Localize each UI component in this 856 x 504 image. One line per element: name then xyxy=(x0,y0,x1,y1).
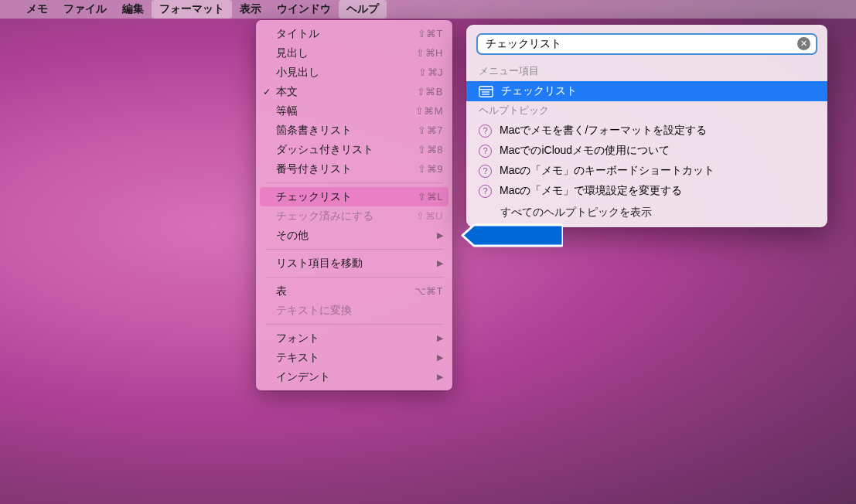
format-menu-item[interactable]: インデント▶ xyxy=(256,367,452,387)
menu-item-label: 表 xyxy=(276,284,414,298)
chevron-right-icon: ▶ xyxy=(437,230,443,240)
menubar-view[interactable]: 表示 xyxy=(232,0,269,19)
format-menu-item: テキストに変換 xyxy=(256,301,452,320)
menu-item-shortcut: ⇧⌘T xyxy=(418,28,443,39)
format-menu-item[interactable]: 箇条書きリスト⇧⌘7 xyxy=(256,121,452,140)
menu-item-shortcut: ⇧⌘L xyxy=(418,191,443,203)
menu-item-label: その他 xyxy=(276,229,437,243)
help-section-topics: ヘルプトピック xyxy=(466,101,827,121)
question-icon: ? xyxy=(479,124,492,138)
format-menu-item: チェック済みにする⇧⌘U xyxy=(256,206,452,226)
help-search-input[interactable] xyxy=(477,34,817,54)
menu-item-label: 等幅 xyxy=(276,104,415,118)
menu-item-label: 本文 xyxy=(276,85,417,99)
format-menu-item[interactable]: テキスト▶ xyxy=(256,348,452,367)
help-topic-item[interactable]: ?MacでのiCloudメモの使用について xyxy=(466,141,827,161)
menu-item-shortcut: ⇧⌘B xyxy=(417,86,443,97)
menu-separator xyxy=(265,182,443,183)
question-icon: ? xyxy=(479,145,492,158)
menu-item-label: リスト項目を移動 xyxy=(276,257,437,271)
format-menu-item[interactable]: フォント▶ xyxy=(256,329,452,348)
menu-item-shortcut: ⌥⌘T xyxy=(414,285,443,297)
checkmark-icon: ✓ xyxy=(263,87,271,97)
help-topic-label: MacでのiCloudメモの使用について xyxy=(500,144,670,158)
chevron-right-icon: ▶ xyxy=(437,372,443,382)
menu-item-label: チェックリスト xyxy=(276,190,418,204)
menu-item-shortcut: ⇧⌘9 xyxy=(418,163,443,175)
menubar-window[interactable]: ウインドウ xyxy=(269,0,339,19)
menu-item-shortcut: ⇧⌘H xyxy=(416,47,443,59)
chevron-right-icon: ▶ xyxy=(437,333,443,343)
menu-item-label: チェック済みにする xyxy=(276,209,416,223)
clear-search-icon[interactable]: ✕ xyxy=(797,37,810,50)
format-menu-item[interactable]: 等幅⇧⌘M xyxy=(256,101,452,121)
menu-item-label: テキスト xyxy=(276,351,437,365)
format-menu-item[interactable]: 見出し⇧⌘H xyxy=(256,43,452,63)
menu-item-shortcut: ⇧⌘U xyxy=(416,210,443,222)
menu-item-icon xyxy=(479,86,493,97)
menu-item-label: タイトル xyxy=(276,27,418,41)
format-menu-item[interactable]: 小見出し⇧⌘J xyxy=(256,63,452,82)
help-topic-label: Macでメモを書く/フォーマットを設定する xyxy=(500,124,707,138)
menu-item-label: 番号付きリスト xyxy=(276,162,418,176)
menubar-app-memo[interactable]: メモ xyxy=(19,0,56,19)
help-show-all-topics[interactable]: すべてのヘルプトピックを表示 xyxy=(466,201,827,221)
question-icon: ? xyxy=(479,185,492,198)
help-pointer-arrow-icon xyxy=(461,223,563,247)
menu-item-label: 小見出し xyxy=(276,66,418,80)
menu-item-label: テキストに変換 xyxy=(276,304,443,318)
menu-item-shortcut: ⇧⌘7 xyxy=(418,124,443,136)
help-topic-item[interactable]: ?Macの「メモ」のキーボードショートカット xyxy=(466,161,827,181)
menu-item-label: ダッシュ付きリスト xyxy=(276,143,418,157)
menu-item-label: 見出し xyxy=(276,46,416,60)
menu-item-label: フォント xyxy=(276,332,437,346)
menu-item-label: 箇条書きリスト xyxy=(276,124,418,138)
menu-separator xyxy=(265,249,443,250)
question-icon: ? xyxy=(479,165,492,178)
menu-separator xyxy=(265,324,443,325)
format-menu-item[interactable]: チェックリスト⇧⌘L xyxy=(260,187,448,206)
chevron-right-icon: ▶ xyxy=(437,352,443,363)
help-result-label: チェックリスト xyxy=(501,84,577,98)
help-section-menu-items: メニュー項目 xyxy=(466,62,827,81)
format-menu-item[interactable]: その他▶ xyxy=(256,226,452,245)
chevron-right-icon: ▶ xyxy=(437,258,443,268)
help-result-checklist[interactable]: チェックリスト xyxy=(466,81,827,101)
menu-item-shortcut: ⇧⌘8 xyxy=(418,144,443,155)
menubar-edit[interactable]: 編集 xyxy=(114,0,152,19)
menu-separator xyxy=(265,277,443,278)
help-search-panel: ✕ メニュー項目 チェックリスト ヘルプトピック ?Macでメモを書く/フォーマ… xyxy=(466,25,827,227)
menubar: メモ ファイル 編集 フォーマット 表示 ウインドウ ヘルプ xyxy=(0,0,856,19)
format-menu-item[interactable]: ✓本文⇧⌘B xyxy=(256,82,452,101)
format-menu-dropdown: タイトル⇧⌘T見出し⇧⌘H小見出し⇧⌘J✓本文⇧⌘B等幅⇧⌘M箇条書きリスト⇧⌘… xyxy=(256,20,452,390)
menu-item-shortcut: ⇧⌘M xyxy=(415,105,443,117)
help-search-field-wrap: ✕ xyxy=(466,25,827,62)
help-topic-label: Macの「メモ」のキーボードショートカット xyxy=(500,164,714,178)
menu-item-shortcut: ⇧⌘J xyxy=(418,66,443,78)
format-menu-item[interactable]: 番号付きリスト⇧⌘9 xyxy=(256,159,452,179)
help-topic-item[interactable]: ?Macでメモを書く/フォーマットを設定する xyxy=(466,121,827,141)
menubar-help[interactable]: ヘルプ xyxy=(339,0,387,19)
format-menu-item[interactable]: ダッシュ付きリスト⇧⌘8 xyxy=(256,140,452,159)
help-topic-item[interactable]: ?Macの「メモ」で環境設定を変更する xyxy=(466,181,827,201)
menu-item-label: インデント xyxy=(276,370,437,384)
format-menu-item[interactable]: タイトル⇧⌘T xyxy=(256,24,452,43)
format-menu-item[interactable]: 表⌥⌘T xyxy=(256,281,452,301)
help-topic-label: Macの「メモ」で環境設定を変更する xyxy=(500,184,682,198)
menubar-format[interactable]: フォーマット xyxy=(152,0,232,19)
format-menu-item[interactable]: リスト項目を移動▶ xyxy=(256,254,452,273)
menubar-file[interactable]: ファイル xyxy=(56,0,114,19)
